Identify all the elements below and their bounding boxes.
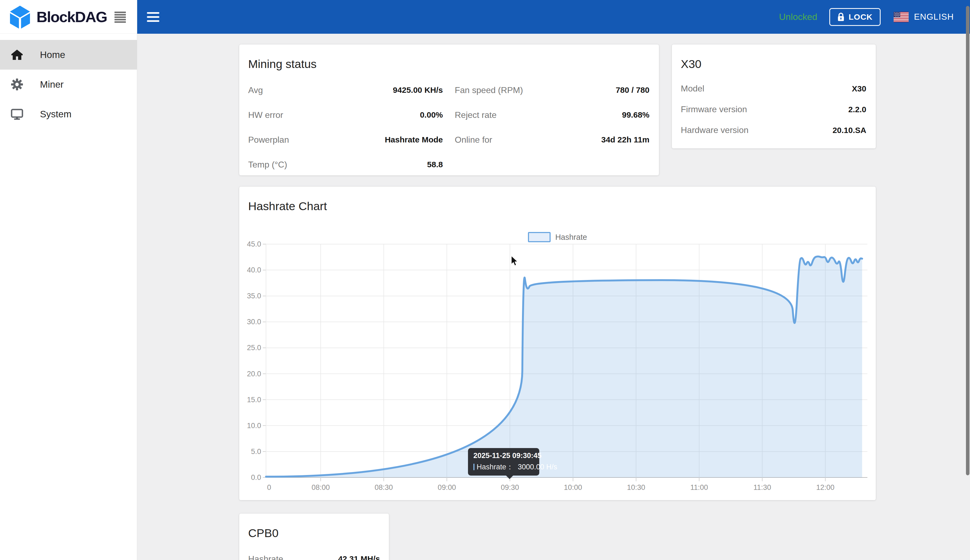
mining-status-card: Mining status Avg 9425.00 KH/s HW error … [239,45,659,175]
brand-logo: BlockDAG [0,0,137,34]
stat-row-online-for: Online for 34d 22h 11m [455,127,649,152]
mining-status-left-column: Avg 9425.00 KH/s HW error 0.00% Powerpla… [248,78,443,177]
blockdag-cube-icon [9,5,31,29]
language-selector[interactable]: ENGLISH [893,12,954,22]
svg-text:20.0: 20.0 [247,370,261,378]
svg-text:0: 0 [267,483,271,492]
sidebar-item-label: Miner [40,79,64,90]
sidebar: BlockDAG Home [0,0,137,560]
unlock-status: Unlocked [779,12,818,22]
vertical-scrollbar[interactable] [966,6,970,475]
logo-lines-icon [114,10,126,23]
svg-text:11:30: 11:30 [753,483,771,492]
svg-text:10:00: 10:00 [564,483,582,492]
stat-row-board-hashrate: Hashrate 42.31 MH/s [248,547,380,560]
svg-text:25.0: 25.0 [247,344,261,352]
tooltip-series-name: Hashrate： [477,462,513,472]
lock-icon [837,12,845,22]
us-flag-icon [893,12,909,22]
sidebar-item-system[interactable]: System [0,99,137,129]
hashrate-chart-card: Hashrate Chart Hashrate 0.05.010.015.020… [239,187,876,500]
sidebar-item-home[interactable]: Home [0,40,137,70]
svg-text:15.0: 15.0 [247,396,261,404]
mouse-cursor [509,255,522,269]
page: BlockDAG Home [0,0,970,560]
svg-text:10:30: 10:30 [627,483,646,492]
svg-text:12:00: 12:00 [816,483,835,492]
stat-row-hw-error: HW error 0.00% [248,103,443,127]
stat-row-model: Model X30 [681,78,866,99]
gear-icon [11,78,23,91]
sidebar-nav: Home [0,34,137,129]
language-label: ENGLISH [914,12,954,22]
sidebar-item-label: System [40,109,72,120]
monitor-icon [11,108,23,120]
board-cpb0-card: CPB0 Hashrate 42.31 MH/s [239,513,389,560]
svg-text:30.0: 30.0 [247,318,261,326]
header-right: Unlocked LOCK [779,8,954,26]
svg-text:09:30: 09:30 [501,483,519,492]
svg-text:08:00: 08:00 [312,483,330,492]
svg-text:08:30: 08:30 [375,483,393,492]
stat-row-reject-rate: Reject rate 99.68% [455,103,649,127]
chart-tooltip: 2025-11-25 09:30:45 Hashrate： 3000.00 H/… [468,448,539,475]
svg-text:5.0: 5.0 [251,448,261,456]
top-header: Unlocked LOCK [137,0,970,34]
stat-row-powerplan: Powerplan Hashrate Mode [248,127,443,152]
svg-text:11:00: 11:00 [690,483,708,492]
svg-text:0.0: 0.0 [251,473,261,482]
menu-toggle-icon[interactable] [147,12,159,22]
sidebar-item-label: Home [40,49,65,60]
mining-status-right-column: Fan speed (RPM) 780 / 780 Reject rate 99… [455,78,649,177]
svg-text:40.0: 40.0 [247,266,261,274]
svg-text:35.0: 35.0 [247,292,261,300]
device-info-card: X30 Model X30 Firmware version 2.2.0 Har… [672,45,876,148]
mining-status-title: Mining status [239,45,659,71]
lock-button-label: LOCK [849,12,873,22]
stat-row-fan-speed: Fan speed (RPM) 780 / 780 [455,78,649,103]
svg-text:45.0: 45.0 [247,240,261,248]
tooltip-series-value: 3000.00 H/s [518,463,557,471]
board-title: CPB0 [239,513,389,540]
brand-name: BlockDAG [37,8,107,26]
tooltip-timestamp: 2025-11-25 09:30:45 [473,452,534,460]
device-title: X30 [672,45,876,71]
hashrate-plot-area[interactable]: 0.05.010.015.020.025.030.035.040.045.000… [239,187,876,500]
stat-row-firmware: Firmware version 2.2.0 [681,99,866,120]
home-icon [11,48,23,61]
stat-row-avg: Avg 9425.00 KH/s [248,78,443,103]
stat-row-hardware: Hardware version 20.10.SA [681,120,866,140]
stat-row-temp: Temp (°C) 58.8 [248,152,443,177]
svg-text:09:00: 09:00 [438,483,456,492]
tooltip-series-marker-icon [473,464,475,470]
lock-button[interactable]: LOCK [829,8,881,26]
svg-text:10.0: 10.0 [247,422,261,430]
sidebar-item-miner[interactable]: Miner [0,70,137,99]
